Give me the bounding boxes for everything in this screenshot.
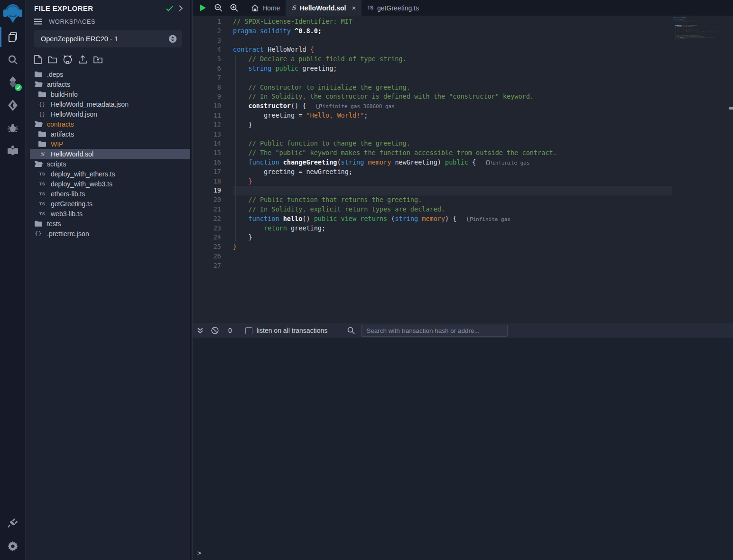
terminal-prompt[interactable]: >	[197, 549, 201, 557]
tab-label: HelloWorld.sol	[300, 4, 346, 12]
folder-icon	[34, 71, 43, 77]
code-line-10[interactable]: 10 constructor() {infinite gas 368600 ga…	[193, 101, 733, 111]
scrollbar-thumb[interactable]	[729, 107, 733, 110]
line-number: 20	[193, 195, 221, 205]
code-line-2[interactable]: 2pragma solidity ^0.8.0;	[673, 17, 722, 18]
tree-item-label: deploy_with_ethers.ts	[51, 170, 115, 178]
debugger-icon[interactable]	[0, 117, 26, 139]
code-line-15[interactable]: 15 // The "public" keyword makes the fun…	[193, 148, 733, 158]
code-line-20[interactable]: 20 // Public function that returns the g…	[193, 195, 733, 205]
new-folder-icon[interactable]	[48, 55, 57, 64]
code-line-9[interactable]: 9 // In Solidity, the constructor is def…	[193, 92, 733, 101]
file-explorer-icon[interactable]	[0, 26, 26, 48]
minimap[interactable]: 1// SPDX-License-Identifier: MIT2pragma …	[673, 16, 722, 50]
tree-item-build-info[interactable]: build-info	[26, 89, 190, 99]
code-line-27[interactable]: 27	[193, 261, 733, 271]
code-line-3[interactable]: 3	[193, 36, 733, 46]
code-line-6[interactable]: 6 string public greeting;	[193, 64, 733, 73]
workspace-dropdown[interactable]: OpenZeppelin ERC20 - 1	[34, 30, 182, 47]
learneth-icon[interactable]	[0, 139, 26, 162]
code-line-12[interactable]: 12 }	[673, 27, 722, 28]
close-tab-icon[interactable]: ×	[352, 4, 356, 12]
code-line-24[interactable]: 24 }	[193, 233, 733, 242]
json-braces-icon: {}	[38, 101, 46, 107]
folder-open-icon	[34, 121, 43, 127]
tab-getGreeting.ts[interactable]: TSgetGreeting.ts	[362, 0, 425, 16]
collapse-panel-chevron-icon[interactable]	[179, 5, 183, 11]
tree-item-contracts[interactable]: contracts	[26, 119, 190, 129]
remix-logo[interactable]	[0, 0, 26, 26]
new-file-icon[interactable]	[34, 55, 42, 64]
folder-icon	[38, 131, 46, 137]
code-line-7[interactable]: 7	[193, 73, 733, 83]
tree-item-deploy_with_ethers.ts[interactable]: TSdeploy_with_ethers.ts	[26, 169, 190, 179]
tree-item-.prettierrc.json[interactable]: {}.prettierrc.json	[26, 229, 190, 239]
code-line-25[interactable]: 25}	[193, 242, 733, 252]
workspace-sort-icon[interactable]	[168, 35, 177, 43]
tree-item-HelloWorld.sol[interactable]: SHelloWorld.sol	[30, 149, 190, 159]
tree-item-deploy_with_web3.ts[interactable]: TSdeploy_with_web3.ts	[26, 179, 190, 189]
tree-item-label: contracts	[47, 120, 74, 128]
line-number: 12	[193, 120, 221, 130]
code-line-25[interactable]: 25}	[673, 40, 722, 41]
code-line-23[interactable]: 23 return greeting;	[193, 224, 733, 233]
tree-item-web3-lib.ts[interactable]: TSweb3-lib.ts	[26, 209, 190, 219]
terminal-collapse-icon[interactable]	[197, 327, 204, 334]
search-icon[interactable]	[0, 48, 26, 71]
workspaces-menu-icon[interactable]	[34, 18, 42, 25]
tree-item-scripts[interactable]: scripts	[26, 159, 190, 169]
tree-item-HelloWorld.json[interactable]: {}HelloWorld.json	[26, 109, 190, 119]
code-line-16[interactable]: 16 function changeGreeting(string memory…	[193, 158, 733, 167]
upload-folder-icon[interactable]	[93, 55, 102, 64]
code-line-6[interactable]: 6 string public greeting;	[673, 21, 722, 22]
plugin-manager-icon[interactable]	[0, 512, 26, 534]
code-line-4[interactable]: 4contract HelloWorld {	[193, 45, 733, 55]
code-line-8[interactable]: 8 // Constructor to initialize the greet…	[193, 83, 733, 92]
gas-pump-icon	[467, 217, 471, 221]
code-line-26[interactable]: 26	[193, 252, 733, 261]
tree-item-label: getGreeting.ts	[51, 200, 93, 208]
code-line-1[interactable]: 1// SPDX-License-Identifier: MIT	[193, 17, 733, 27]
terminal-toolbar: 0 listen on all transactions	[193, 323, 733, 338]
code-line-12[interactable]: 12 }	[193, 120, 733, 130]
run-script-button[interactable]	[195, 0, 211, 16]
code-line-14[interactable]: 14 // Public function to change the gree…	[193, 139, 733, 148]
code-line-22[interactable]: 22 function hello() public view returns …	[193, 214, 733, 224]
tab-HelloWorld.sol[interactable]: SHelloWorld.sol×	[286, 0, 362, 16]
zoom-out-button[interactable]	[211, 0, 226, 16]
activity-bar	[0, 0, 26, 560]
code-line-17[interactable]: 17 greeting = newGreeting;	[193, 167, 733, 177]
clone-github-icon[interactable]	[63, 55, 72, 64]
tree-item-ethers-lib.ts[interactable]: TSethers-lib.ts	[26, 189, 190, 199]
listen-transactions-checkbox[interactable]	[245, 327, 252, 334]
code-line-18[interactable]: 18 }	[193, 177, 733, 186]
clear-console-icon[interactable]	[211, 327, 219, 334]
code-editor[interactable]: 1// SPDX-License-Identifier: MIT2pragma …	[193, 16, 733, 323]
tree-item-artifacts[interactable]: artifacts	[26, 129, 190, 139]
upload-file-icon[interactable]	[78, 55, 87, 64]
tree-item-WIP[interactable]: WIP	[26, 139, 190, 149]
zoom-in-button[interactable]	[226, 0, 242, 16]
tree-item-artifacts[interactable]: artifacts	[26, 79, 190, 89]
tree-item-.deps[interactable]: .deps	[26, 69, 190, 79]
code-line-13[interactable]: 13	[193, 130, 733, 139]
terminal-search-input[interactable]	[361, 325, 508, 337]
line-number: 25	[193, 242, 221, 252]
json-braces-icon: {}	[38, 111, 46, 117]
tree-item-getGreeting.ts[interactable]: TSgetGreeting.ts	[26, 199, 190, 209]
tree-item-tests[interactable]: tests	[26, 219, 190, 229]
code-line-2[interactable]: 2pragma solidity ^0.8.0;	[193, 27, 733, 36]
deploy-run-icon[interactable]	[0, 94, 26, 117]
line-number: 24	[193, 233, 221, 242]
tree-item-HelloWorld_metadata.json[interactable]: {}HelloWorld_metadata.json	[26, 99, 190, 109]
gas-estimate: infinite gas	[467, 216, 510, 222]
solidity-compiler-icon[interactable]	[0, 71, 26, 94]
tab-home-label: Home	[262, 4, 280, 12]
code-line-11[interactable]: 11 greeting = "Hello, World!";	[193, 111, 733, 120]
code-line-19[interactable]: 19	[193, 186, 733, 195]
code-line-5[interactable]: 5 // Declare a public field of type stri…	[193, 55, 733, 64]
tab-home[interactable]: Home	[246, 0, 286, 16]
settings-gear-icon[interactable]	[0, 534, 26, 557]
code-line-21[interactable]: 21 // In Solidity, explicit return types…	[193, 205, 733, 214]
code-line-27[interactable]: 27	[673, 42, 722, 43]
